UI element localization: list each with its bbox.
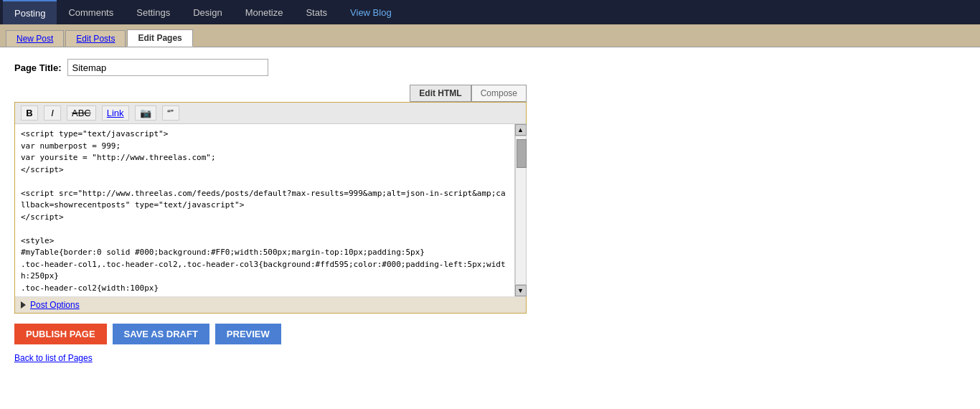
- scrollbar: ▲ ▼: [514, 124, 526, 296]
- action-buttons: PUBLISH PAGE SAVE AS DRAFT PREVIEW: [14, 324, 966, 344]
- top-nav: Posting Comments Settings Design Monetiz…: [0, 0, 980, 24]
- sub-tab-editpages[interactable]: Edit Pages: [127, 29, 192, 47]
- sub-nav: New Post Edit Posts Edit Pages: [0, 24, 980, 47]
- post-options-link[interactable]: Post Options: [30, 300, 80, 310]
- publish-page-button[interactable]: PUBLISH PAGE: [14, 324, 107, 344]
- strikethrough-button[interactable]: ABC: [67, 105, 96, 121]
- nav-tab-design[interactable]: Design: [182, 0, 233, 24]
- image-button[interactable]: 📷: [135, 105, 156, 121]
- nav-tab-stats[interactable]: Stats: [294, 0, 339, 24]
- scroll-track[interactable]: [515, 136, 527, 285]
- scroll-up-button[interactable]: ▲: [515, 124, 527, 136]
- edit-mode-buttons: Edit HTML Compose: [14, 85, 527, 102]
- nav-tab-posting[interactable]: Posting: [3, 0, 57, 24]
- save-draft-button[interactable]: SAVE AS DRAFT: [113, 324, 209, 344]
- page-title-label: Page Title:: [14, 62, 62, 73]
- compose-button[interactable]: Compose: [471, 85, 527, 102]
- nav-tab-viewblog[interactable]: View Blog: [339, 0, 403, 24]
- nav-tab-comments[interactable]: Comments: [57, 0, 125, 24]
- scroll-thumb[interactable]: [517, 139, 527, 168]
- back-to-list-link[interactable]: Back to list of Pages: [14, 353, 966, 363]
- sub-tab-editposts[interactable]: Edit Posts: [65, 30, 126, 47]
- preview-button[interactable]: PREVIEW: [215, 324, 281, 344]
- page-title-row: Page Title:: [14, 59, 966, 76]
- edit-html-button[interactable]: Edit HTML: [410, 85, 471, 102]
- bold-button[interactable]: B: [21, 105, 38, 121]
- nav-tab-monetize[interactable]: Monetize: [234, 0, 295, 24]
- link-button[interactable]: Link: [102, 105, 129, 121]
- expand-icon: [21, 301, 26, 309]
- editor-body: <script type="text/javascript"> var numb…: [15, 124, 526, 296]
- nav-tab-settings[interactable]: Settings: [125, 0, 182, 24]
- code-editor[interactable]: <script type="text/javascript"> var numb…: [15, 124, 514, 296]
- main-content: Page Title: Edit HTML Compose B I ABC Li…: [0, 47, 980, 375]
- post-options-row: Post Options: [15, 296, 526, 313]
- editor-toolbar: B I ABC Link 📷 “”: [15, 103, 526, 124]
- editor-wrapper: B I ABC Link 📷 “” <script type="text/jav…: [14, 102, 527, 314]
- italic-button[interactable]: I: [44, 105, 61, 121]
- page-title-input[interactable]: [67, 59, 268, 76]
- quote-button[interactable]: “”: [162, 105, 179, 121]
- sub-tab-newpost[interactable]: New Post: [6, 30, 64, 47]
- scroll-down-button[interactable]: ▼: [515, 285, 527, 296]
